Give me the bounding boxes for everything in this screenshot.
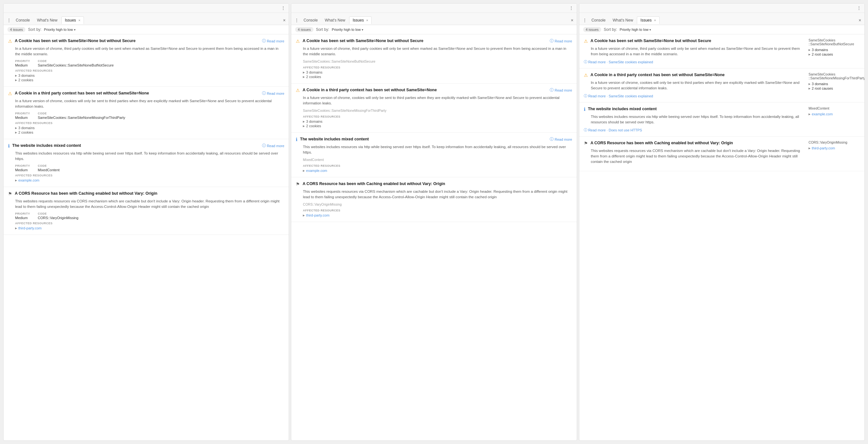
resource-cookies-1-2[interactable]: 2 cookies (15, 130, 284, 134)
issue-main-3-3: ℹ The website includes mixed content Thi… (584, 106, 805, 132)
tab-issues-2[interactable]: Issues × (349, 16, 372, 24)
resource-link-2-4[interactable]: third-party.com (303, 213, 572, 217)
example-link-1-3[interactable]: example.com (18, 178, 39, 182)
affected-label-2-1: AFFECTED RESOURCES (303, 66, 572, 69)
sort-select-1[interactable]: Priority high to low ▾ (44, 28, 75, 32)
devtools-menu-2[interactable]: ⋮ (294, 18, 299, 23)
tab-console-2[interactable]: Console (300, 17, 321, 24)
issue-title-3-2: A Cookie in a third party context has be… (591, 72, 805, 78)
issue-item-2-1: ⚠ A Cookie has been set with SameSite=No… (291, 34, 577, 83)
issues-list-2: ⚠ A Cookie has been set with SameSite=No… (291, 34, 577, 441)
warning-icon-3-2: ⚠ (584, 73, 588, 78)
warning-icon-2-1: ⚠ (296, 39, 300, 44)
side-code-3-2: SameSiteCookies::SameSiteNoneMissingForT… (808, 72, 860, 80)
read-more-1-1[interactable]: Read more (262, 38, 284, 44)
tab-close-2[interactable]: × (366, 18, 368, 22)
panel-close-1[interactable]: × (283, 18, 285, 23)
sort-label-1: Sort by: (28, 27, 41, 32)
affected-1-4: AFFECTED RESOURCES third-party.com (15, 222, 284, 230)
read-more-1-3[interactable]: Read more (262, 143, 284, 148)
priority-block-1-2: PRIORITY Medium (15, 112, 30, 119)
panel-close-3[interactable]: × (859, 18, 861, 23)
side-code-3-3: MixedContent (808, 106, 860, 110)
tab-whats-new-2[interactable]: What's New (321, 17, 348, 24)
resource-link-2-3[interactable]: example.com (303, 169, 572, 173)
side-stat-causes-3-2[interactable]: 2 root causes (808, 87, 860, 90)
affected-1-3: AFFECTED RESOURCES example.com (15, 174, 284, 182)
issue-desc-2-4: This websites requests resources via COR… (303, 189, 572, 200)
issue-meta-1-1: PRIORITY Medium CODE SameSiteCookies::Sa… (15, 60, 284, 67)
issue-item-3-3: ℹ The website includes mixed content Thi… (579, 102, 865, 137)
read-more-2-1[interactable]: Read more (550, 38, 572, 44)
panel-3: ⋮ ⋮ Console What's New Issues × × 4 issu… (579, 3, 865, 441)
tab-console-1[interactable]: Console (12, 17, 33, 24)
issue-title-3-1: A Cookie has been set with SameSite=None… (591, 38, 805, 44)
issue-title-2-4: A CORS Resource has been with Caching en… (303, 181, 572, 187)
side-stat-link-3-3[interactable]: example.com (808, 112, 860, 116)
issue-side-3-4: CORS::VaryOriginMissing third-party.com (808, 140, 860, 167)
issue-header-2-4: ⚑ A CORS Resource has been with Caching … (296, 181, 572, 187)
resource-domains-1-2[interactable]: 3 domains (15, 126, 284, 130)
third-party-link-3-4[interactable]: third-party.com (812, 146, 835, 150)
tab-issues-3[interactable]: Issues × (637, 16, 659, 24)
read-more-2-3[interactable]: Read more (550, 137, 572, 142)
resource-cookies-2-1[interactable]: 2 cookies (303, 75, 572, 79)
devtools-menu-3[interactable]: ⋮ (583, 18, 587, 23)
read-more-3-3[interactable]: Read more · Does not use HTTPS (584, 128, 805, 132)
side-stat-domains-3-2[interactable]: 3 domains (808, 82, 860, 86)
issue-title-3-3: The website includes mixed content (588, 106, 805, 112)
example-link-3-3[interactable]: example.com (812, 112, 833, 116)
tab-issues-1[interactable]: Issues × (61, 16, 84, 24)
tab-console-3[interactable]: Console (588, 17, 609, 24)
side-stat-domains-3-1[interactable]: 3 domains (808, 48, 860, 52)
resource-link-1-3[interactable]: example.com (15, 178, 284, 182)
tab-close-1[interactable]: × (79, 18, 81, 22)
menu-icon-3[interactable]: ⋮ (857, 5, 861, 10)
read-more-2-2[interactable]: Read more (550, 88, 572, 93)
side-stat-link-3-4[interactable]: third-party.com (808, 146, 860, 150)
read-more-1-2[interactable]: Read more (262, 91, 284, 96)
info-icon-1-3: ℹ (8, 143, 10, 148)
sort-select-3[interactable]: Priority high to low ▾ (620, 28, 651, 32)
issue-item-3-2: ⚠ A Cookie in a third party context has … (579, 68, 865, 102)
example-link-2-3[interactable]: example.com (306, 169, 327, 173)
devtools-top-bar-2: ⋮ (291, 3, 577, 13)
sort-select-2[interactable]: Priority high to low ▾ (332, 28, 363, 32)
tab-whats-new-3[interactable]: What's New (610, 17, 637, 24)
priority-label-1-4: PRIORITY (15, 212, 30, 215)
tab-bar-1: ⋮ Console What's New Issues × × (3, 13, 289, 25)
menu-icon-2[interactable]: ⋮ (569, 5, 574, 10)
devtools-menu-1[interactable]: ⋮ (7, 18, 11, 23)
resource-domains-1-1[interactable]: 3 domains (15, 74, 284, 77)
priority-block-1-4: PRIORITY Medium (15, 212, 30, 220)
code-label-1-3: CODE (38, 164, 60, 167)
code-value-1-2: SameSiteCookies::SameSiteNoneMissingForT… (38, 116, 125, 119)
affected-2-3: AFFECTED RESOURCES example.com (303, 164, 572, 173)
issue-title-3-4: A CORS Resource has been with Caching en… (591, 140, 805, 146)
resource-cookies-1-1[interactable]: 2 cookies (15, 78, 284, 82)
issue-desc-2-3: This websites includes resources via htt… (303, 144, 572, 156)
panel-2: ⋮ ⋮ Console What's New Issues × × 4 issu… (291, 3, 577, 441)
resource-domains-2-2[interactable]: 3 domains (303, 119, 572, 123)
tabs-2: Console What's New Issues × (300, 16, 567, 24)
menu-icon-1[interactable]: ⋮ (281, 5, 285, 10)
issue-main-3-1: ⚠ A Cookie has been set with SameSite=No… (584, 38, 805, 64)
resource-cookies-2-2[interactable]: 2 cookies (303, 124, 572, 128)
tab-close-3[interactable]: × (654, 18, 656, 22)
resource-link-1-4[interactable]: third-party.com (15, 226, 284, 230)
warning-icon-1-2: ⚠ (8, 91, 12, 96)
third-party-link-2-4[interactable]: third-party.com (306, 213, 330, 217)
affected-2-1: AFFECTED RESOURCES 3 domains 2 cookies (303, 66, 572, 79)
resource-domains-2-1[interactable]: 3 domains (303, 70, 572, 74)
code-label-1-2: CODE (38, 112, 125, 115)
issue-item-1-1: ⚠ A Cookie has been set with SameSite=No… (3, 34, 289, 87)
read-more-3-1[interactable]: Read more · SameSite cookies explained (584, 60, 805, 64)
issue-item-3-4: ⚑ A CORS Resource has been with Caching … (579, 137, 865, 171)
priority-label-1-3: PRIORITY (15, 164, 30, 167)
tab-whats-new-1[interactable]: What's New (34, 17, 61, 24)
panel-close-2[interactable]: × (570, 18, 573, 23)
third-party-link-1-4[interactable]: third-party.com (18, 226, 42, 230)
read-more-3-2[interactable]: Read more · SameSite cookies explained (584, 94, 805, 98)
issue-desc-1-4: This websites requests resources via COR… (15, 199, 284, 210)
side-stat-causes-3-1[interactable]: 2 root causes (808, 53, 860, 56)
